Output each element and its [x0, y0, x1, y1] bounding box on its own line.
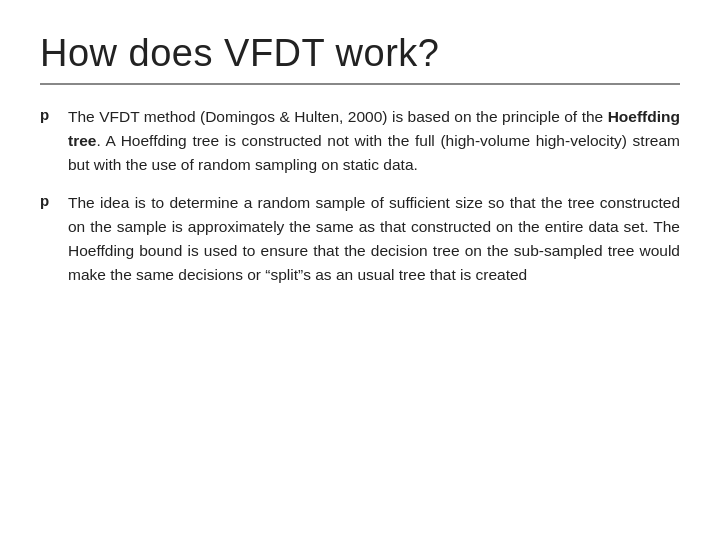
bullet-item-1: p The VFDT method (Domingos & Hulten, 20…: [40, 105, 680, 177]
bullet-text-2: The idea is to determine a random sample…: [68, 191, 680, 287]
slide: How does VFDT work? p The VFDT method (D…: [0, 0, 720, 540]
slide-title: How does VFDT work?: [40, 32, 680, 75]
content-section: p The VFDT method (Domingos & Hulten, 20…: [40, 105, 680, 516]
bullet-marker-2: p: [40, 191, 68, 209]
bullet-text-1: The VFDT method (Domingos & Hulten, 2000…: [68, 105, 680, 177]
bullet-marker-1: p: [40, 105, 68, 123]
title-section: How does VFDT work?: [40, 32, 680, 85]
bullet-item-2: p The idea is to determine a random samp…: [40, 191, 680, 287]
